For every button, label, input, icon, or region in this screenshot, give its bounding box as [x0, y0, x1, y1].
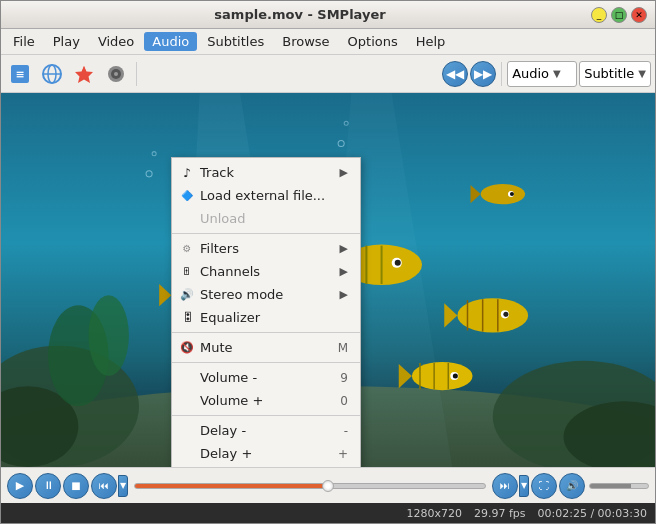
volume-up-label: Volume + [200, 393, 314, 408]
delay-plus-shortcut: + [338, 447, 348, 461]
menu-subtitles[interactable]: Subtitles [199, 32, 272, 51]
tb-open-btn[interactable]: ≡ [5, 59, 35, 89]
prev-button[interactable]: ◀◀ [442, 61, 468, 87]
window-title: sample.mov - SMPlayer [9, 7, 591, 22]
menu-volume-up[interactable]: Volume + 0 [172, 389, 360, 412]
menu-equalizer[interactable]: 🎛 Equalizer [172, 306, 360, 329]
delay-minus-shortcut: - [344, 424, 348, 438]
mute-shortcut: M [338, 341, 348, 355]
svg-point-22 [395, 260, 401, 266]
tb-record-btn[interactable] [101, 59, 131, 89]
load-icon: 🔷 [178, 187, 196, 205]
menu-mute[interactable]: 🔇 Mute M [172, 336, 360, 359]
vol-up-shortcut: 0 [340, 394, 348, 408]
filters-arrow: ▶ [340, 242, 348, 255]
tb-separator-2 [501, 62, 502, 86]
filters-label: Filters [200, 241, 334, 256]
equalizer-label: Equalizer [200, 310, 348, 325]
tb-fav-btn[interactable] [69, 59, 99, 89]
separator-4 [172, 415, 360, 416]
stereo-icon: 🔊 [178, 286, 196, 304]
menu-load-external[interactable]: 🔷 Load external file... [172, 184, 360, 207]
menu-track[interactable]: ♪ Track ▶ [172, 161, 360, 184]
vol-down-icon [178, 369, 196, 387]
stop-button[interactable]: ■ [63, 473, 89, 499]
subtitle-dropdown[interactable]: Subtitle ▼ [579, 61, 651, 87]
svg-point-29 [503, 312, 508, 317]
stereo-mode-label: Stereo mode [200, 287, 334, 302]
maximize-button[interactable]: □ [611, 7, 627, 23]
window-controls: _ □ ✕ [591, 7, 647, 23]
menu-help[interactable]: Help [408, 32, 454, 51]
svg-point-51 [453, 374, 458, 379]
next-track-button[interactable]: ⏭ [492, 473, 518, 499]
current-time: 00:02:25 [537, 507, 586, 520]
load-external-label: Load external file... [200, 188, 348, 203]
tb-separator-1 [136, 62, 137, 86]
stereo-arrow: ▶ [340, 288, 348, 301]
next-arrow-button[interactable]: ▼ [519, 475, 529, 497]
unload-icon [178, 210, 196, 228]
menu-play[interactable]: Play [45, 32, 88, 51]
menu-unload: Unload [172, 207, 360, 230]
svg-point-44 [481, 184, 525, 204]
audio-track-dropdown[interactable]: Audio ▼ [507, 61, 577, 87]
channels-icon: 🎚 [178, 263, 196, 281]
track-icon: ♪ [178, 164, 196, 182]
vol-up-icon [178, 392, 196, 410]
next-group: ⏭ ▼ [492, 473, 529, 499]
minimize-button[interactable]: _ [591, 7, 607, 23]
seek-bar-container[interactable] [134, 479, 486, 493]
menu-channels[interactable]: 🎚 Channels ▶ [172, 260, 360, 283]
tb-web-btn[interactable] [37, 59, 67, 89]
svg-point-47 [510, 192, 514, 196]
separator-1 [172, 233, 360, 234]
mute-label: Mute [200, 340, 312, 355]
fullscreen-button[interactable]: ⛶ [531, 473, 557, 499]
toolbar: ≡ ◀◀ ▶▶ [1, 55, 655, 93]
time-status: 00:02:25 / 00:03:30 [537, 507, 647, 520]
prev-arrow-button[interactable]: ▼ [118, 475, 128, 497]
menu-video[interactable]: Video [90, 32, 142, 51]
menu-file[interactable]: File [5, 32, 43, 51]
separator-3 [172, 362, 360, 363]
channels-arrow: ▶ [340, 265, 348, 278]
menu-stereo-mode[interactable]: 🔊 Stereo mode ▶ [172, 283, 360, 306]
menu-delay-minus[interactable]: Delay - - [172, 419, 360, 442]
main-window: sample.mov - SMPlayer _ □ ✕ File Play Vi… [0, 0, 656, 524]
svg-point-14 [88, 295, 128, 376]
play-button[interactable]: ▶ [7, 473, 33, 499]
video-area: ♪ Track ▶ 🔷 Load external file... Unload… [1, 93, 655, 467]
volume-button[interactable]: 🔊 [559, 473, 585, 499]
next-button[interactable]: ▶▶ [470, 61, 496, 87]
menu-filters[interactable]: ⚙ Filters ▶ [172, 237, 360, 260]
volume-bar-container[interactable] [589, 479, 649, 493]
delay-plus-icon [178, 445, 196, 463]
menu-volume-down[interactable]: Volume - 9 [172, 366, 360, 389]
menu-browse[interactable]: Browse [274, 32, 337, 51]
equalizer-icon: 🎛 [178, 309, 196, 327]
unload-label: Unload [200, 211, 348, 226]
menubar: File Play Video Audio Subtitles Browse O… [1, 29, 655, 55]
status-bar: 1280x720 29.97 fps 00:02:25 / 00:03:30 [1, 503, 655, 523]
menu-audio[interactable]: Audio [144, 32, 197, 51]
svg-point-48 [412, 362, 473, 390]
prev-group: ⏮ ▼ [91, 473, 128, 499]
track-label: Track [200, 165, 334, 180]
volume-bar-track[interactable] [589, 483, 649, 489]
time-separator: / [590, 507, 597, 520]
titlebar: sample.mov - SMPlayer _ □ ✕ [1, 1, 655, 29]
total-time: 00:03:30 [598, 507, 647, 520]
prev-track-button[interactable]: ⏮ [91, 473, 117, 499]
pause-button[interactable]: ⏸ [35, 473, 61, 499]
seek-bar-track[interactable] [134, 483, 486, 489]
subtitle-dropdown-arrow: ▼ [638, 68, 646, 79]
menu-delay-plus[interactable]: Delay + + [172, 442, 360, 465]
mute-icon: 🔇 [178, 339, 196, 357]
seek-bar-thumb[interactable] [322, 480, 334, 492]
delay-minus-label: Delay - [200, 423, 318, 438]
filters-icon: ⚙ [178, 240, 196, 258]
close-button[interactable]: ✕ [631, 7, 647, 23]
fps-status: 29.97 fps [474, 507, 526, 520]
menu-options[interactable]: Options [340, 32, 406, 51]
